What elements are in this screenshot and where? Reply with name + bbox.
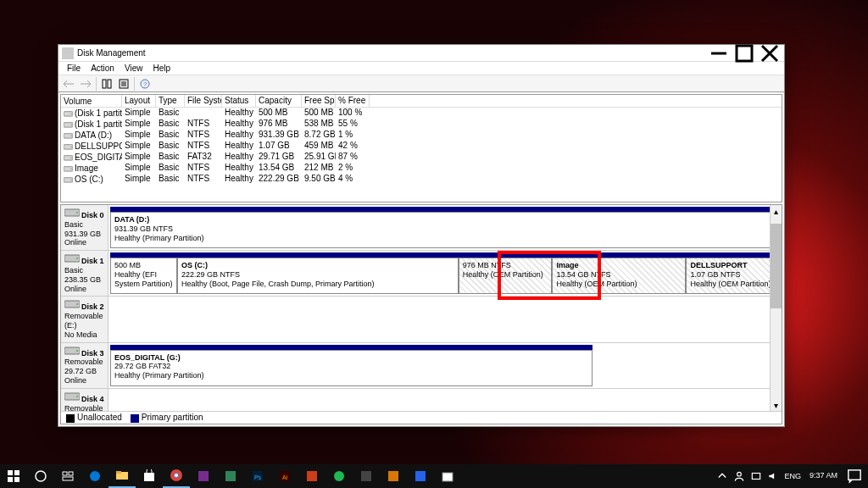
svg-rect-43 (63, 477, 73, 480)
taskbar-app-icon[interactable]: Ps (244, 464, 271, 488)
partition[interactable]: EOS_DIGITAL (G:)29.72 GB FAT32Healthy (P… (110, 350, 593, 386)
app-icon (62, 47, 74, 59)
col-layout[interactable]: Layout (122, 95, 156, 107)
svg-rect-47 (144, 473, 154, 481)
volume-row[interactable]: EOS_DIGITAL (G:)SimpleBasicFAT32Healthy … (61, 152, 782, 163)
back-button (60, 76, 77, 92)
disk-icon (64, 391, 80, 402)
svg-rect-38 (8, 477, 13, 482)
start-button[interactable] (0, 464, 27, 488)
volume-row[interactable]: ImageSimpleBasicNTFSHealthy (...13.54 GB… (61, 163, 782, 174)
volume-row[interactable]: (Disk 1 partition 1)SimpleBasicHealthy (… (61, 108, 782, 119)
tray-network-icon[interactable] (750, 470, 762, 482)
volume-row[interactable]: DATA (D:)SimpleBasicNTFSHealthy (P...931… (61, 130, 782, 141)
scroll-up-icon[interactable]: ▴ (771, 205, 782, 217)
taskbar-edge-icon[interactable] (81, 464, 108, 488)
volume-row[interactable]: DELLSUPPORTSimpleBasicNTFSHealthy (...1.… (61, 141, 782, 152)
partition[interactable]: Image13.54 GB NTFSHealthy (OEM Partition… (552, 258, 686, 294)
taskbar-store-icon[interactable] (136, 464, 163, 488)
taskbar-app-icon[interactable] (380, 464, 407, 488)
tray-chevron-icon[interactable] (716, 470, 728, 482)
disk-row[interactable]: Disk 2Removable (E:)No Media (61, 297, 782, 342)
svg-rect-4 (103, 80, 106, 88)
svg-point-13 (70, 114, 71, 114)
svg-point-17 (70, 136, 71, 136)
svg-rect-37 (14, 470, 19, 475)
svg-point-21 (70, 158, 71, 158)
svg-text:Ps: Ps (254, 474, 262, 480)
taskbar-app-icon[interactable] (353, 464, 380, 488)
svg-rect-5 (108, 80, 111, 88)
tray-language[interactable]: ENG (784, 472, 801, 480)
disk-row[interactable]: Disk 3Removable29.72 GBOnlineEOS_DIGITAL… (61, 343, 782, 389)
help-button[interactable]: ? (136, 76, 153, 92)
taskbar-explorer-icon[interactable] (108, 464, 136, 488)
taskbar-app-icon[interactable] (326, 464, 353, 488)
col-free[interactable]: Free Spa... (302, 95, 336, 107)
minimize-button[interactable] (706, 46, 732, 61)
menu-file[interactable]: File (62, 63, 86, 74)
scroll-thumb[interactable] (771, 224, 782, 308)
taskbar-app-icon[interactable] (407, 464, 434, 488)
svg-rect-46 (116, 471, 121, 474)
maximize-button[interactable] (732, 46, 757, 61)
disk-graphic-pane[interactable]: Disk 0Basic931.39 GBOnlineDATA (D:)931.3… (60, 204, 782, 424)
disk-icon (64, 299, 80, 309)
svg-point-23 (70, 169, 71, 169)
menubar: File Action View Help (58, 62, 784, 75)
partition[interactable]: 976 MB NTFSHealthy (OEM Partition) (459, 258, 553, 294)
properties-button[interactable] (115, 76, 132, 92)
legend-swatch-unallocated (66, 414, 75, 423)
taskbar-app-icon[interactable] (190, 464, 217, 488)
disk-info[interactable]: Disk 2Removable (E:)No Media (61, 297, 108, 341)
refresh-button[interactable] (98, 76, 115, 92)
volume-list-pane[interactable]: Volume Layout Type File System Status Ca… (60, 94, 782, 202)
disk-info[interactable]: Disk 3Removable29.72 GBOnline (61, 343, 108, 388)
col-type[interactable]: Type (156, 95, 185, 107)
disk-info[interactable]: Disk 0Basic931.39 GBOnline (61, 205, 108, 250)
svg-rect-65 (849, 470, 860, 480)
legend-swatch-primary (131, 414, 139, 423)
action-center-icon[interactable] (846, 468, 863, 485)
partition[interactable]: DELLSUPPORT1.07 GB NTFSHealthy (OEM Part… (686, 258, 780, 294)
task-view-icon[interactable] (54, 464, 81, 488)
close-button[interactable] (757, 46, 782, 61)
disk-icon (64, 253, 80, 263)
svg-point-40 (36, 471, 46, 481)
tray-volume-icon[interactable] (767, 470, 779, 482)
partition[interactable]: OS (C:)222.29 GB NTFSHealthy (Boot, Page… (177, 258, 459, 294)
legend-unallocated: Unallocated (77, 413, 122, 422)
menu-action[interactable]: Action (86, 63, 120, 74)
tray-people-icon[interactable] (733, 470, 745, 482)
taskbar-chrome-icon[interactable] (163, 464, 190, 488)
disk-icon (64, 346, 80, 356)
vertical-scrollbar[interactable]: ▴▾ (770, 205, 782, 411)
col-volume[interactable]: Volume (61, 95, 122, 107)
menu-help[interactable]: Help (147, 63, 175, 74)
taskbar-app-icon[interactable] (434, 464, 461, 488)
disk-info[interactable]: Disk 4Removable (H:)No Media (61, 389, 108, 411)
col-filesystem[interactable]: File System (185, 95, 222, 107)
partition[interactable]: 500 MBHealthy (EFI System Partition) (110, 258, 177, 294)
volume-row[interactable]: (Disk 1 partition 4)SimpleBasicNTFSHealt… (61, 119, 782, 130)
menu-view[interactable]: View (120, 63, 148, 74)
disk-row[interactable]: Disk 0Basic931.39 GBOnlineDATA (D:)931.3… (61, 205, 782, 251)
cortana-icon[interactable] (27, 464, 54, 488)
volume-list-header[interactable]: Volume Layout Type File System Status Ca… (61, 95, 782, 108)
col-pct-free[interactable]: % Free (336, 95, 370, 107)
titlebar[interactable]: Disk Management (58, 45, 784, 62)
tray-clock[interactable]: 9:37 AM (806, 472, 841, 480)
taskbar[interactable]: Ps Ai ENG 9:37 AM (0, 464, 868, 488)
volume-row[interactable]: OS (C:)SimpleBasicNTFSHealthy (B...222.2… (61, 174, 782, 185)
disk-info[interactable]: Disk 1Basic238.35 GBOnline (61, 251, 108, 296)
disk-row[interactable]: Disk 1Basic238.35 GBOnline500 MBHealthy … (61, 251, 782, 297)
taskbar-app-icon[interactable] (217, 464, 244, 488)
svg-rect-42 (69, 472, 73, 475)
col-status[interactable]: Status (222, 95, 256, 107)
taskbar-app-icon[interactable]: Ai (271, 464, 298, 488)
col-capacity[interactable]: Capacity (256, 95, 302, 107)
scroll-down-icon[interactable]: ▾ (771, 399, 782, 411)
partition[interactable]: DATA (D:)931.39 GB NTFSHealthy (Primary … (110, 212, 780, 248)
disk-row[interactable]: Disk 4Removable (H:)No Media (61, 389, 782, 411)
taskbar-app-icon[interactable] (298, 464, 326, 488)
